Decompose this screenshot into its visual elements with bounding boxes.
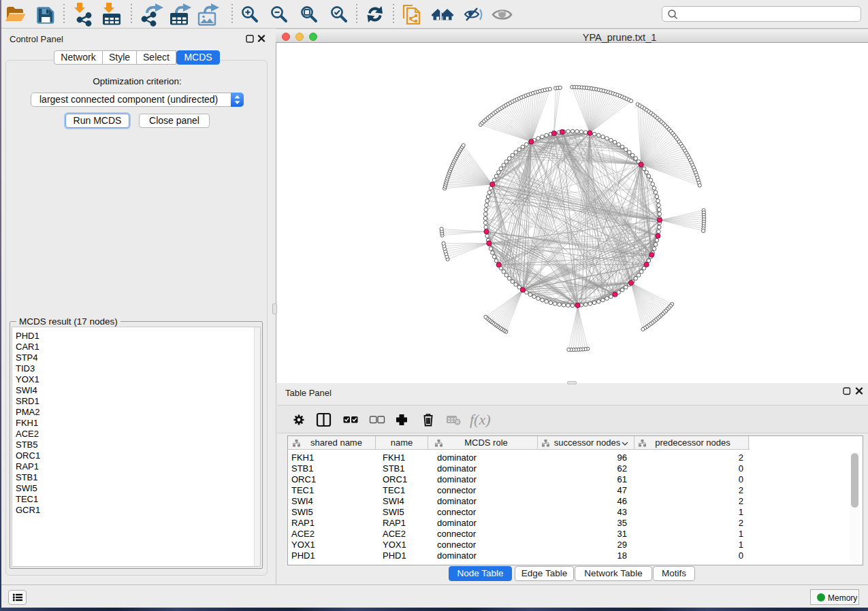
svg-text:f(x): f(x) [470,411,491,428]
